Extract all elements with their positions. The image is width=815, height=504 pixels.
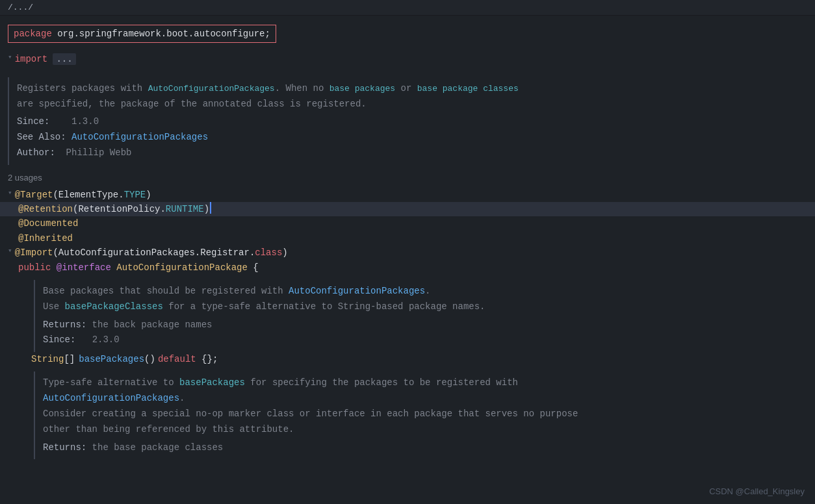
- comment3-returns: Returns: the base package classes: [43, 440, 799, 456]
- comment-seealso: See Also: AutoConfigurationPackages: [17, 130, 799, 145]
- comment-author: Author: Phillip Webb: [17, 145, 799, 161]
- at-inherited: @Inherited: [18, 231, 73, 246]
- package-path: org.springframework.boot.autoconfigure;: [52, 27, 270, 41]
- import-keyword: import: [15, 52, 47, 66]
- collapse-icon-import[interactable]: ▾: [8, 246, 12, 257]
- brackets: []: [64, 352, 75, 366]
- default-kw: default: [158, 352, 196, 366]
- at-retention: @Retention: [18, 202, 73, 216]
- comment-block-1: Registers packages with AutoConfiguratio…: [8, 77, 807, 165]
- comment-block-3: Type-safe alternative to basePackages fo…: [34, 372, 807, 459]
- annotation-retention-line: @Retention(RetentionPolicy.RUNTIME): [0, 202, 815, 216]
- comment3-line4: other than being referenced by this attr…: [43, 422, 799, 438]
- editor-container: /.../ package org.springframework.boot.a…: [0, 0, 815, 504]
- import-class: class: [255, 246, 282, 260]
- comment2-line1: Base packages that should be registered …: [43, 284, 799, 299]
- interface-kw: @interface: [57, 260, 111, 275]
- string-type: String: [31, 352, 64, 366]
- class-declaration-line: public @interface AutoConfigurationPacka…: [0, 260, 815, 275]
- comment-block-2: Base packages that should be registered …: [34, 280, 807, 352]
- import-paren: (AutoConfigurationPackages.Registrar.: [53, 246, 255, 260]
- comment3-line1: Type-safe alternative to basePackages fo…: [43, 375, 799, 391]
- annotation-target-line: ▾ @Target(ElementType.TYPE): [0, 188, 815, 202]
- breadcrumb-text: /.../: [8, 3, 33, 12]
- code-area: package org.springframework.boot.autocon…: [0, 16, 815, 464]
- comment3-line2: AutoConfigurationPackages.: [43, 391, 799, 407]
- comment-since-1: Since: 1.3.0: [17, 114, 799, 130]
- at-import: @Import: [15, 246, 53, 260]
- comment2-since: Since: 2.3.0: [43, 333, 799, 348]
- target-paren: (ElementType.: [53, 188, 123, 202]
- comment2-returns: Returns: the back package names: [43, 318, 799, 333]
- space2: [111, 260, 116, 275]
- class-name: AutoConfigurationPackage: [116, 260, 248, 275]
- retention-runtime: RUNTIME: [166, 202, 204, 216]
- watermark: CSDN @Called_Kingsley: [709, 486, 805, 496]
- default-val: {};: [196, 352, 218, 366]
- import-line: ▾ import ...: [0, 52, 815, 66]
- method1-line: String[] basePackages() default {};: [0, 352, 815, 366]
- comment2-line2: Use basePackageClasses for a type-safe a…: [43, 299, 799, 315]
- package-keyword: package: [14, 27, 52, 41]
- at-target: @Target: [15, 188, 53, 202]
- import-close: ): [282, 246, 287, 260]
- breadcrumb[interactable]: /.../: [0, 0, 815, 16]
- comment-line-1: Registers packages with AutoConfiguratio…: [17, 81, 799, 97]
- import-dots: ...: [47, 52, 76, 66]
- space1: [51, 260, 56, 275]
- target-close: ): [146, 188, 151, 202]
- annotation-inherited-line: @Inherited: [0, 231, 815, 246]
- package-line: package org.springframework.boot.autocon…: [8, 25, 276, 43]
- collapse-icon-target[interactable]: ▾: [8, 188, 12, 199]
- comment-line-2: are specified, the package of the annota…: [17, 97, 799, 112]
- target-type: TYPE: [124, 188, 146, 202]
- method1-parens: (): [144, 352, 155, 366]
- at-documented: @Documented: [18, 216, 78, 231]
- annotation-import-line: ▾ @Import(AutoConfigurationPackages.Regi…: [0, 246, 815, 260]
- collapse-icon[interactable]: ▾: [8, 52, 12, 64]
- comment3-line3: Consider creating a special no-op marker…: [43, 407, 799, 422]
- retention-paren: (RetentionPolicy.: [73, 202, 166, 216]
- open-brace: {: [248, 260, 259, 275]
- method1-name: basePackages: [79, 352, 144, 366]
- cursor: [210, 202, 211, 214]
- annotation-documented-line: @Documented: [0, 216, 815, 231]
- retention-close: ): [204, 202, 209, 216]
- usages-label: 2 usages: [0, 169, 815, 188]
- public-kw: public: [18, 260, 51, 275]
